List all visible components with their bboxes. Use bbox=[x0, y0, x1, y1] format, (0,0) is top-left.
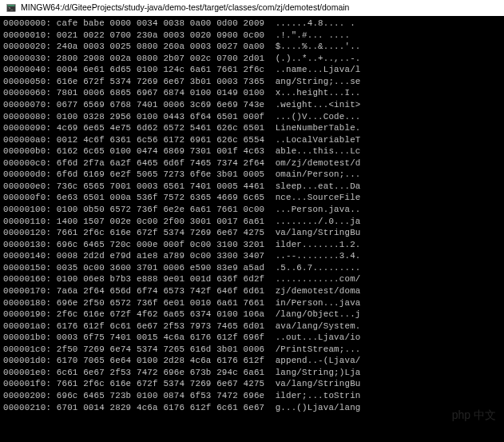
hex-line: 000001b0: 0003 6f75 7401 0015 4c6a 6176 … bbox=[3, 332, 501, 344]
hex-line: 00000020: 240a 0003 0025 0800 260a 0003 … bbox=[3, 41, 501, 53]
hex-line: 00000190: 2f6c 616e 672f 4f62 6a65 6374 … bbox=[3, 309, 501, 321]
hex-line: 00000120: 7661 2f6c 616e 672f 5374 7269 … bbox=[3, 227, 501, 239]
hex-dump-area[interactable]: 00000000: cafe babe 0000 0034 0038 0a00 … bbox=[0, 16, 504, 415]
hex-line: 00000100: 0100 0b50 6572 736f 6e2e 6a61 … bbox=[3, 204, 501, 216]
hex-line: 00000080: 0100 0328 2956 0100 0443 6f64 … bbox=[3, 111, 501, 123]
hex-line: 00000160: 0100 06e8 b7b3 e888 9e01 001d … bbox=[3, 273, 501, 285]
hex-line: 00000090: 4c69 6e65 4e75 6d62 6572 5461 … bbox=[3, 122, 501, 134]
hex-line: 000000e0: 736c 6565 7001 0003 6561 7401 … bbox=[3, 181, 501, 193]
hex-line: 00000000: cafe babe 0000 0034 0038 0a00 … bbox=[3, 18, 501, 30]
hex-line: 000001c0: 2f50 7269 6e74 5374 7265 616d … bbox=[3, 344, 501, 356]
window-title: MINGW64:/d/GiteeProjects/study-java/demo… bbox=[21, 2, 349, 14]
terminal-icon: >_ bbox=[6, 3, 16, 13]
hex-line: 000000a0: 0012 4c6f 6361 6c56 6172 6961 … bbox=[3, 134, 501, 146]
hex-line: 000001d0: 6170 7065 6e64 0100 2d28 4c6a … bbox=[3, 355, 501, 367]
title-bar: >_ MINGW64:/d/GiteeProjects/study-java/d… bbox=[0, 0, 504, 16]
hex-line: 00000210: 6701 0014 2829 4c6a 6176 612f … bbox=[3, 402, 501, 414]
hex-line: 000001f0: 7661 2f6c 616e 672f 5374 7269 … bbox=[3, 378, 501, 390]
hex-line: 000001e0: 6c61 6e67 2f53 7472 696e 673b … bbox=[3, 367, 501, 379]
hex-line: 00000200: 696c 6465 723b 0100 0874 6f53 … bbox=[3, 390, 501, 402]
hex-line: 000000c0: 6f6d 2f7a 6a2f 6465 6d6f 7465 … bbox=[3, 157, 501, 169]
hex-line: 00000130: 696c 6465 720c 000e 000f 0c00 … bbox=[3, 239, 501, 251]
hex-line: 00000170: 7a6a 2f64 656d 6f74 6573 742f … bbox=[3, 285, 501, 297]
hex-line: 00000060: 7801 0006 6865 6967 6874 0100 … bbox=[3, 87, 501, 99]
hex-line: 00000110: 1400 1507 002e 0c00 2f00 3001 … bbox=[3, 216, 501, 228]
hex-line: 00000030: 2800 2908 002a 0800 2b07 002c … bbox=[3, 53, 501, 65]
svg-text:>_: >_ bbox=[8, 6, 13, 10]
hex-line: 00000180: 696e 2f50 6572 736f 6e01 0010 … bbox=[3, 297, 501, 309]
hex-line: 00000140: 0008 2d2d e79d a1e8 a789 0c00 … bbox=[3, 250, 501, 262]
hex-line: 00000150: 0035 0c00 3600 3701 0006 e590 … bbox=[3, 262, 501, 274]
hex-line: 000001a0: 6176 612f 6c61 6e67 2f53 7973 … bbox=[3, 321, 501, 332]
hex-line: 00000050: 616e 672f 5374 7269 6e67 3b01 … bbox=[3, 76, 501, 88]
hex-line: 000000f0: 6e63 6501 000a 536f 7572 6365 … bbox=[3, 192, 501, 204]
hex-line: 00000010: 0021 0022 0700 230a 0003 0020 … bbox=[3, 30, 501, 42]
hex-line: 000000b0: 6162 6c65 0100 0474 6869 7301 … bbox=[3, 145, 501, 157]
hex-line: 000000d0: 6f6d 6169 6e2f 5065 7273 6f6e … bbox=[3, 169, 501, 181]
hex-line: 00000070: 0677 6569 6768 7401 0006 3c69 … bbox=[3, 99, 501, 111]
hex-line: 00000040: 0004 6e61 6d65 0100 124c 6a61 … bbox=[3, 64, 501, 76]
